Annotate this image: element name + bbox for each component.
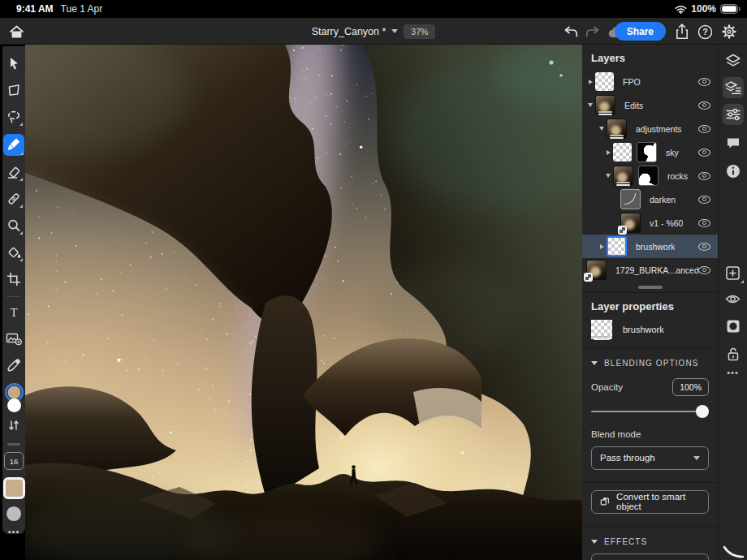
task-strip: •••	[718, 45, 747, 560]
disclosure-expanded-icon[interactable]	[597, 127, 607, 131]
brush-size-indicator[interactable]: 16	[4, 452, 24, 470]
layer-mask-thumbnail[interactable]	[637, 142, 657, 162]
add-layer-icon[interactable]	[723, 262, 744, 283]
swap-colors-icon[interactable]	[4, 416, 24, 436]
place-photo-tool[interactable]	[4, 329, 24, 348]
brush-hardness-indicator[interactable]	[6, 506, 21, 521]
visibility-eye-icon[interactable]	[698, 196, 710, 204]
disclosure-expanded-icon[interactable]	[585, 103, 595, 107]
clock-date: Tue 1 Apr	[61, 3, 103, 15]
visibility-eye-icon[interactable]	[698, 101, 710, 110]
help-icon[interactable]: ?	[695, 22, 715, 41]
settings-gear-icon[interactable]	[719, 22, 739, 41]
disclosure-collapsed-icon[interactable]	[603, 150, 613, 155]
adjustment-curve-thumbnail[interactable]	[620, 189, 641, 209]
selected-layer-thumbnail[interactable]	[607, 236, 627, 256]
layer-detail-view-icon[interactable]	[723, 77, 744, 98]
disclosure-collapsed-icon[interactable]	[597, 244, 607, 249]
fill-tool[interactable]	[4, 243, 24, 262]
export-icon[interactable]	[672, 22, 692, 41]
brush-preview-swatch[interactable]	[3, 477, 25, 499]
selected-layer-name: brushwork	[623, 325, 664, 334]
move-tool[interactable]	[4, 54, 24, 73]
layer-row-rocks[interactable]: rocks	[582, 164, 718, 187]
layer-thumbnail[interactable]	[607, 118, 627, 139]
opacity-value-box[interactable]: 100%	[672, 378, 709, 396]
disclosure-collapsed-icon[interactable]	[585, 80, 595, 84]
smart-object-thumbnail[interactable]	[586, 260, 607, 280]
panel-drag-handle[interactable]	[638, 286, 663, 289]
info-icon[interactable]	[723, 161, 744, 182]
zoom-tool[interactable]	[4, 216, 24, 235]
smart-object-thumbnail[interactable]	[620, 213, 641, 233]
layer-row-v1[interactable]: v1 - %60	[582, 211, 718, 235]
app-header: Starry_Canyon * 37% Share ?	[0, 18, 747, 45]
svg-text:T: T	[10, 305, 17, 318]
corner-swoosh-icon[interactable]	[722, 536, 745, 558]
more-options-icon[interactable]: •••	[727, 370, 739, 375]
layer-row-darken[interactable]: darken	[582, 187, 718, 211]
panel-divider	[582, 482, 718, 483]
visibility-eye-icon[interactable]	[698, 125, 710, 133]
layers-panel-title: Layers	[591, 52, 718, 64]
wifi-icon	[675, 5, 687, 14]
visibility-eye-icon[interactable]	[698, 219, 710, 227]
undo-icon[interactable]	[561, 22, 581, 41]
section-label: EFFECTS	[604, 537, 647, 546]
tool-more-options-icon[interactable]: •••	[8, 529, 20, 534]
visibility-icon[interactable]	[723, 288, 744, 309]
lock-icon[interactable]	[723, 343, 744, 364]
opacity-slider[interactable]	[591, 405, 709, 418]
title-chevron-down-icon[interactable]	[391, 29, 398, 33]
visibility-eye-icon[interactable]	[698, 149, 710, 157]
layer-row-brushwork-selected[interactable]: brushwork	[582, 235, 718, 258]
layer-name: v1 - %60	[650, 218, 683, 228]
add-layer-effect-button[interactable]: fx Add layer effect	[591, 554, 709, 560]
healing-brush-tool[interactable]	[4, 189, 24, 209]
comment-icon[interactable]	[723, 132, 744, 153]
opacity-slider-track[interactable]	[591, 411, 709, 412]
layer-row-fpo[interactable]: FPO	[582, 70, 718, 93]
button-label: Convert to smart object	[616, 492, 700, 511]
canvas-image[interactable]	[25, 45, 582, 560]
properties-sliders-icon[interactable]	[723, 104, 744, 125]
type-tool[interactable]: T	[4, 302, 24, 321]
layer-thumbnail[interactable]	[595, 72, 614, 91]
layer-mask-thumbnail[interactable]	[638, 166, 658, 186]
tool-divider	[6, 296, 21, 297]
brush-tool[interactable]	[3, 134, 24, 156]
opacity-slider-knob[interactable]	[696, 405, 709, 418]
crop-tool[interactable]	[4, 269, 24, 289]
share-button[interactable]: Share	[615, 22, 666, 41]
document-title[interactable]: Starry_Canyon *	[312, 26, 386, 37]
convert-to-smart-object-button[interactable]: Convert to smart object	[591, 490, 709, 514]
layer-name: adjustments	[636, 124, 682, 134]
layer-row-adjustments[interactable]: adjustments	[582, 117, 718, 140]
layer-row-edits[interactable]: Edits	[582, 93, 718, 117]
disclosure-expanded-icon[interactable]	[603, 174, 613, 178]
visibility-eye-icon[interactable]	[698, 266, 710, 274]
background-color-swatch[interactable]	[7, 398, 21, 412]
blend-mode-select[interactable]: Pass through	[591, 446, 709, 470]
redo-icon[interactable]	[583, 22, 602, 41]
layer-thumbnail[interactable]	[613, 166, 633, 186]
eyedropper-tool[interactable]	[4, 355, 24, 375]
layer-row-1729[interactable]: 1729_BURKA...anced-NR33	[582, 258, 718, 282]
zoom-level-badge[interactable]: 37%	[404, 24, 435, 39]
layers-icon[interactable]	[723, 50, 744, 71]
layer-row-sky[interactable]: sky	[582, 140, 718, 164]
blending-options-header[interactable]: BLENDING OPTIONS	[591, 359, 718, 368]
visibility-eye-icon[interactable]	[698, 243, 710, 251]
layer-thumbnail[interactable]	[595, 95, 615, 115]
eraser-tool[interactable]	[4, 163, 24, 183]
layers-panel: Layers FPO Edits adjustments sky rocks d…	[582, 45, 718, 560]
transform-tool[interactable]	[4, 80, 24, 100]
chevron-down-icon	[693, 456, 700, 460]
layer-thumbnail[interactable]	[613, 143, 632, 162]
tool-panel: T 16 •••	[2, 46, 25, 534]
effects-header[interactable]: EFFECTS	[591, 537, 718, 546]
mask-icon[interactable]	[723, 316, 744, 337]
visibility-eye-icon[interactable]	[698, 78, 710, 86]
visibility-eye-icon[interactable]	[698, 172, 710, 180]
lasso-tool[interactable]	[4, 107, 24, 127]
